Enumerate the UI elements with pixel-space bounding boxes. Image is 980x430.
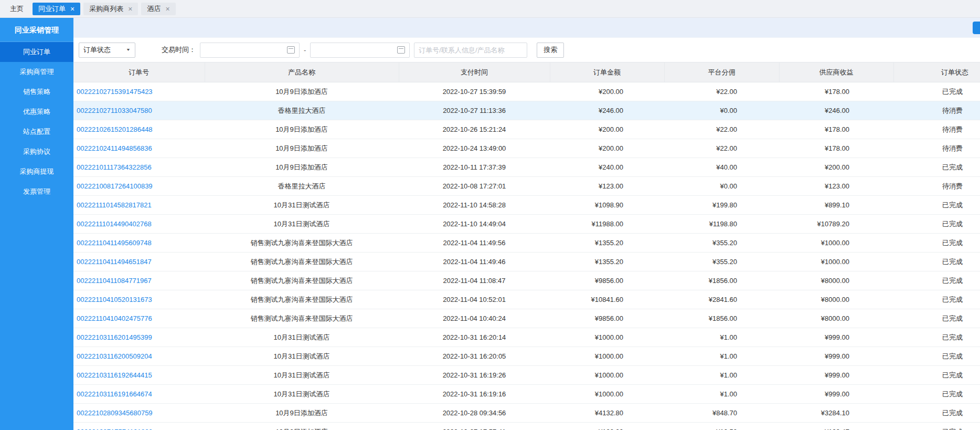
status-cell: 已完成: [893, 385, 980, 404]
amount-cell: ¥200.00: [550, 139, 664, 158]
supplier-income-cell: ¥200.00: [779, 158, 893, 177]
sidebar-item-purchase-agreement[interactable]: 采购协议: [0, 142, 73, 162]
order-no-cell: 00222102809345680759: [73, 404, 205, 423]
order-link[interactable]: 00222102411494856836: [77, 144, 152, 152]
paid-time-cell: 2022-11-04 11:49:56: [399, 234, 550, 253]
order-link[interactable]: 00222102711033047580: [77, 107, 152, 114]
table-row: 0022211101449040276810月31日测试酒店2022-11-10…: [73, 215, 980, 234]
order-link[interactable]: 00222103116200509204: [77, 352, 152, 360]
order-no-cell: 00222111014490402768: [73, 215, 205, 234]
order-link[interactable]: 00222110410402475776: [77, 314, 152, 322]
order-link[interactable]: 00222102615201286448: [77, 125, 153, 133]
status-cell: 已完成: [893, 215, 980, 234]
calendar-icon: [287, 46, 295, 54]
amount-cell: ¥1000.00: [550, 385, 664, 404]
product-cell: 10月31日测试酒店: [205, 347, 399, 366]
order-link[interactable]: 00222103116191664674: [77, 390, 152, 398]
commission-cell: ¥1.00: [664, 366, 779, 385]
amount-cell: ¥240.00: [550, 158, 664, 177]
product-cell: 销售测试九寨沟喜来登国际大酒店: [205, 271, 399, 290]
order-link[interactable]: 00222110410520131673: [77, 296, 152, 303]
keyword-input[interactable]: [414, 43, 527, 58]
order-status-select[interactable]: 订单状态 ▼: [79, 43, 135, 58]
paid-time-cell: 2022-11-10 14:58:28: [399, 196, 550, 215]
order-link[interactable]: 00222111014582817821: [77, 201, 152, 209]
status-cell: 已完成: [893, 309, 980, 328]
order-no-cell: 00222103116201495399: [73, 328, 205, 347]
commission-cell: ¥2841.60: [664, 290, 779, 309]
order-link[interactable]: 00222102809345680759: [77, 409, 153, 417]
commission-cell: ¥13.53: [664, 423, 779, 430]
sidebar-item-peer-orders[interactable]: 同业订单: [0, 42, 73, 62]
order-link[interactable]: 00222110411494651847: [77, 258, 152, 266]
status-cell: 已完成: [893, 328, 980, 347]
order-no-cell: 00222110411495609748: [73, 234, 205, 253]
order-link[interactable]: 00222102715391475423: [77, 88, 153, 96]
supplier-income-cell: ¥999.00: [779, 366, 893, 385]
amount-cell: ¥123.00: [550, 423, 664, 430]
column-header-3: 订单金额: [550, 62, 664, 82]
status-cell: 已完成: [893, 253, 980, 271]
sidebar-item-site-config[interactable]: 站点配置: [0, 122, 73, 142]
commission-cell: ¥199.80: [664, 196, 779, 215]
commission-cell: ¥1.00: [664, 347, 779, 366]
amount-cell: ¥1000.00: [550, 347, 664, 366]
status-cell: 已完成: [893, 404, 980, 423]
sidebar-item-buyer-withdrawal[interactable]: 采购商提现: [0, 162, 73, 182]
product-cell: 10月9日添加酒店: [205, 404, 399, 423]
order-no-cell: 00222103116191664674: [73, 385, 205, 404]
table-row: 0022210241149485683610月9日添加酒店2022-10-24 …: [73, 139, 980, 158]
supplier-income-cell: ¥8000.00: [779, 271, 893, 290]
tab-home[interactable]: 主页: [4, 3, 29, 15]
date-end-input[interactable]: [310, 43, 410, 58]
tab-hotel[interactable]: 酒店×: [141, 3, 175, 15]
paid-time-cell: 2022-11-10 14:49:04: [399, 215, 550, 234]
paid-time-cell: 2022-10-27 17:57:41: [399, 423, 550, 430]
sidebar-item-discount-strategy[interactable]: 优惠策略: [0, 102, 73, 122]
product-cell: 10月9日添加酒店: [205, 120, 399, 139]
order-no-cell: 00222111014582817821: [73, 196, 205, 215]
supplier-income-cell: ¥178.00: [779, 82, 893, 101]
status-cell: 待消费: [893, 120, 980, 139]
order-link[interactable]: 00222100817264100839: [77, 182, 153, 190]
close-icon[interactable]: ×: [165, 5, 169, 13]
tab-label: 同业订单: [38, 4, 66, 14]
supplier-income-cell: ¥1000.00: [779, 253, 893, 271]
commission-cell: ¥22.00: [664, 139, 779, 158]
product-cell: 销售测试九寨沟喜来登国际大酒店: [205, 290, 399, 309]
column-header-4: 平台分佣: [664, 62, 779, 82]
order-link[interactable]: 00222103116201495399: [77, 333, 152, 341]
product-cell: 10月31日测试酒店: [205, 196, 399, 215]
tab-buyer-list[interactable]: 采购商列表×: [83, 3, 138, 15]
partial-action-button[interactable]: [973, 22, 980, 34]
paid-time-cell: 2022-11-04 10:40:24: [399, 309, 550, 328]
sidebar-item-invoice-management[interactable]: 发票管理: [0, 182, 73, 202]
paid-time-cell: 2022-10-26 15:21:24: [399, 120, 550, 139]
order-link[interactable]: 00222101117364322856: [77, 163, 152, 171]
calendar-icon: [397, 46, 405, 54]
status-cell: 待消费: [893, 177, 980, 196]
order-link[interactable]: 00222110411495609748: [77, 239, 152, 247]
date-start-input[interactable]: [200, 43, 300, 58]
order-link[interactable]: 00222110411084771967: [77, 277, 152, 285]
amount-cell: ¥246.00: [550, 101, 664, 120]
product-cell: 10月31日测试酒店: [205, 385, 399, 404]
product-cell: 销售测试九寨沟喜来登国际大酒店: [205, 309, 399, 328]
search-button[interactable]: 搜索: [537, 43, 564, 58]
supplier-income-cell: ¥999.00: [779, 385, 893, 404]
close-icon[interactable]: ×: [128, 5, 132, 13]
product-cell: 10月31日测试酒店: [205, 366, 399, 385]
supplier-income-cell: ¥10789.20: [779, 215, 893, 234]
column-header-1: 产品名称: [205, 62, 399, 82]
sidebar-item-sales-strategy[interactable]: 销售策略: [0, 82, 73, 102]
order-link[interactable]: 00222103116192644415: [77, 371, 152, 379]
supplier-income-cell: ¥999.00: [779, 328, 893, 347]
product-cell: 10月9日添加酒店: [205, 139, 399, 158]
tab-peer-orders[interactable]: 同业订单×: [33, 3, 80, 15]
close-icon[interactable]: ×: [70, 5, 74, 13]
paid-time-cell: 2022-10-24 13:49:00: [399, 139, 550, 158]
sidebar-item-buyer-management[interactable]: 采购商管理: [0, 62, 73, 82]
order-link[interactable]: 00222102717574101826: [77, 428, 153, 430]
order-link[interactable]: 00222111014490402768: [77, 220, 152, 228]
product-cell: 香格里拉大酒店: [205, 101, 399, 120]
